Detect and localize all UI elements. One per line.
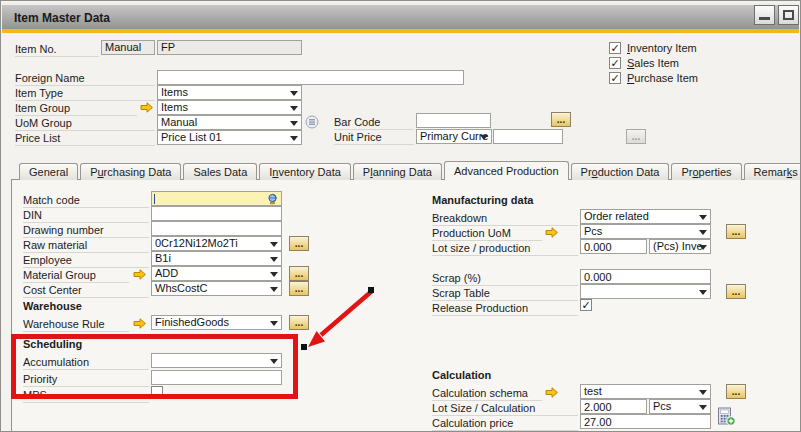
- material-group-combo[interactable]: ADD: [151, 266, 282, 281]
- link-arrow-icon[interactable]: [133, 269, 146, 280]
- window-titlebar: Item Master Data: [2, 3, 799, 31]
- checkbox[interactable]: ✓: [609, 72, 621, 84]
- item-group-label: Item Group: [15, 102, 137, 116]
- chevron-down-icon: [270, 242, 278, 247]
- employee-label: Employee: [23, 254, 149, 268]
- warehouse-rule-combo[interactable]: FinishedGoods: [151, 315, 282, 330]
- bar-code-browse-button[interactable]: ...: [551, 112, 571, 127]
- mps-checkbox[interactable]: [151, 386, 163, 398]
- uom-group-detail-button[interactable]: [305, 115, 319, 131]
- chevron-down-icon: [480, 135, 488, 140]
- cost-center-browse-button[interactable]: ...: [289, 281, 309, 296]
- link-arrow-icon[interactable]: [133, 318, 146, 329]
- lot-size-production-label: Lot size / production: [432, 242, 578, 256]
- bar-code-label: Bar Code: [334, 116, 414, 130]
- lot-size-production-input[interactable]: [580, 239, 647, 254]
- scheduling-section-header: Scheduling: [23, 338, 82, 350]
- tab-inventory-data[interactable]: Inventory Data: [259, 163, 351, 180]
- accumulation-combo[interactable]: [151, 353, 282, 368]
- tab-sales-data[interactable]: Sales Data: [183, 163, 257, 180]
- link-arrow-icon[interactable]: [140, 102, 153, 113]
- unit-price-browse-button[interactable]: ...: [626, 129, 646, 144]
- item-type-label: Item Type: [15, 87, 155, 101]
- chevron-down-icon: [699, 290, 707, 295]
- tab-properties[interactable]: Properties: [671, 163, 741, 180]
- calculation-price-input[interactable]: [580, 414, 711, 429]
- employee-combo[interactable]: B1i: [151, 251, 282, 266]
- checkbox-label: Inventory Item: [627, 42, 697, 54]
- unit-price-input[interactable]: [493, 129, 563, 144]
- bar-code-input[interactable]: [416, 113, 491, 128]
- uom-group-combo[interactable]: Manual: [157, 115, 302, 130]
- calculation-price-label: Calculation price: [432, 417, 578, 431]
- priority-label: Priority: [23, 373, 149, 387]
- maximize-button[interactable]: [778, 5, 799, 25]
- chevron-down-icon: [270, 287, 278, 292]
- chevron-down-icon: [290, 136, 298, 141]
- scrap-table-combo[interactable]: [580, 284, 711, 299]
- tab-advanced-production[interactable]: Advanced Production: [444, 161, 569, 180]
- chevron-down-icon: [699, 215, 707, 220]
- mps-label: MPS: [23, 389, 149, 403]
- chevron-down-icon: [290, 106, 298, 111]
- price-list-combo[interactable]: Price List 01: [157, 130, 302, 145]
- item-no-field[interactable]: FP: [157, 40, 302, 55]
- match-code-field[interactable]: [151, 191, 282, 206]
- production-uom-browse-button[interactable]: ...: [726, 224, 746, 239]
- item-no-label: Item No.: [15, 43, 99, 57]
- calculation-schema-label: Calculation schema: [432, 387, 542, 401]
- lot-size-production-uom-combo[interactable]: (Pcs) Inve: [649, 239, 711, 254]
- checkbox[interactable]: ✓: [609, 42, 621, 54]
- tab-planning-data[interactable]: Planning Data: [353, 163, 442, 180]
- item-no-series-field[interactable]: Manual: [101, 40, 155, 55]
- drawing-number-input[interactable]: [151, 221, 282, 236]
- din-input[interactable]: [151, 206, 282, 221]
- drawing-number-label: Drawing number: [23, 224, 149, 238]
- breakdown-combo[interactable]: Order related: [580, 209, 711, 224]
- raw-material-combo[interactable]: 0Cr12Ni12Mo2Ti: [151, 236, 282, 251]
- unit-price-currency-combo[interactable]: Primary Curre: [416, 129, 492, 144]
- warehouse-rule-browse-button[interactable]: ...: [289, 315, 309, 330]
- tab-bar: GeneralPurchasing DataSales DataInventor…: [19, 161, 800, 180]
- chevron-down-icon: [270, 359, 278, 364]
- tab-general[interactable]: General: [19, 163, 78, 180]
- release-production-checkbox[interactable]: ✓: [580, 299, 592, 311]
- minimize-button[interactable]: [754, 5, 775, 25]
- material-group-browse-button[interactable]: ...: [289, 266, 309, 281]
- calculation-schema-combo[interactable]: test: [580, 384, 711, 399]
- chevron-down-icon: [270, 321, 278, 326]
- checkbox-row-purchase-item[interactable]: ✓Purchase Item: [609, 70, 698, 85]
- checkbox-row-sales-item[interactable]: ✓Sales Item: [609, 55, 679, 70]
- item-group-combo[interactable]: Items: [157, 100, 302, 115]
- item-type-combo[interactable]: Items: [157, 85, 302, 100]
- checkbox-row-inventory-item[interactable]: ✓Inventory Item: [609, 40, 697, 55]
- scrap-pct-label: Scrap (%): [432, 272, 578, 286]
- tab-purchasing-data[interactable]: Purchasing Data: [80, 163, 181, 180]
- price-list-label: Price List: [15, 132, 155, 146]
- chevron-down-icon: [699, 230, 707, 235]
- calculation-schema-browse-button[interactable]: ...: [726, 384, 746, 399]
- link-arrow-icon[interactable]: [545, 227, 558, 238]
- manufacturing-section-header: Manufacturing data: [432, 194, 533, 206]
- warehouse-rule-label: Warehouse Rule: [23, 318, 129, 332]
- lot-size-calculation-uom-combo[interactable]: Pcs: [649, 399, 711, 414]
- checkbox[interactable]: ✓: [609, 57, 621, 69]
- scrap-pct-input[interactable]: [580, 269, 711, 284]
- minimize-icon: [759, 17, 770, 20]
- tab-production-data[interactable]: Production Data: [571, 163, 670, 180]
- tab-remarks[interactable]: Remarks: [744, 163, 800, 180]
- priority-input[interactable]: [151, 370, 282, 385]
- lot-size-calculation-input[interactable]: [580, 399, 647, 414]
- link-arrow-icon[interactable]: [545, 387, 558, 398]
- raw-material-label: Raw material: [23, 239, 149, 253]
- cost-center-combo[interactable]: WhsCostC: [151, 281, 282, 296]
- chevron-down-icon: [290, 121, 298, 126]
- calculator-button[interactable]: [717, 407, 736, 428]
- accumulation-label: Accumulation: [23, 356, 149, 370]
- scrap-table-browse-button[interactable]: ...: [726, 284, 746, 299]
- production-uom-combo[interactable]: Pcs: [580, 224, 711, 239]
- maximize-icon: [783, 10, 794, 20]
- warehouse-section-header: Warehouse: [23, 300, 82, 312]
- raw-material-browse-button[interactable]: ...: [289, 236, 309, 251]
- foreign-name-input[interactable]: [157, 70, 464, 85]
